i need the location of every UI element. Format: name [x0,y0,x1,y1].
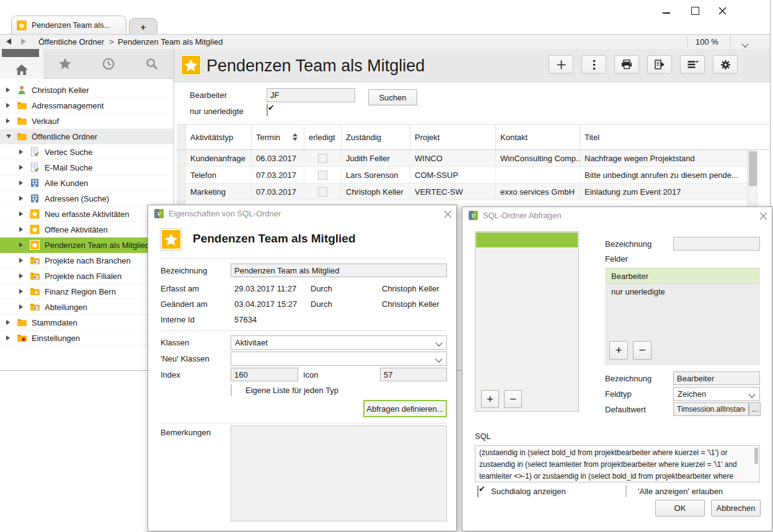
column-header-projekt[interactable]: Projekt [410,125,496,149]
icon-input[interactable] [380,368,447,381]
back-arrow-icon[interactable] [6,38,11,45]
sidebar-tab-search[interactable] [130,49,174,78]
geaendert-am-value: 03.04.2017 15:27 [234,299,297,309]
add-feld-button[interactable]: + [609,341,628,360]
sidebar-item-oeffentliche-ordner[interactable]: Öffentliche Ordner [0,129,174,144]
column-header-aktivitaetstyp[interactable]: Aktivitätstyp [186,125,252,149]
zoom-dropdown-button[interactable] [743,39,748,48]
sql-scrollbar[interactable] [754,448,758,464]
expander-icon[interactable] [19,180,30,185]
settings-button[interactable] [713,55,738,74]
zoom-level[interactable]: 100 % [696,35,718,49]
column-header-titel[interactable]: Titel [580,125,747,149]
expander-icon[interactable] [19,258,30,263]
sidebar-item-email-suche[interactable]: E-Mail Suche [0,160,174,175]
expander-icon[interactable] [19,242,30,247]
abfrage-bezeichnung-input[interactable] [673,237,760,250]
bearbeiter-input[interactable] [267,88,355,102]
column-header-erledigt[interactable]: erledigt [304,125,342,149]
dialog-close-button[interactable] [443,209,453,219]
feld-item-bearbeiter[interactable]: Bearbeiter [605,268,760,284]
breadcrumb-item-current[interactable]: Pendenzen Team als Mitglied [118,35,223,49]
erledigt-checkbox[interactable] [318,171,327,180]
settings-folder-icon [17,333,27,343]
remove-abfrage-button[interactable]: − [504,390,522,408]
defaultwert-input[interactable] [673,402,749,416]
abbrechen-button[interactable]: Abbrechen [711,500,761,516]
klassen-select[interactable]: Aktivitaet [231,335,447,350]
bemerkungen-textarea[interactable] [231,425,447,521]
print-button[interactable] [614,55,639,74]
table-row[interactable]: Kundenanfrage 06.03.2017 Judith Feller W… [177,150,747,167]
expander-icon[interactable] [19,227,30,232]
breadcrumb-item-parent[interactable]: Öffentliche Ordner [38,35,104,49]
selected-abfrage-row[interactable] [476,233,578,247]
ok-button[interactable]: OK [655,500,705,516]
erledigt-checkbox[interactable] [318,187,327,197]
sidebar-item-verkauf[interactable]: Verkauf [0,113,174,129]
suchen-button[interactable]: Suchen [368,89,417,105]
abfragen-definieren-button[interactable]: Abfragen definieren... [363,400,447,417]
expander-icon[interactable] [19,273,30,278]
defaultwert-browse-button[interactable]: ... [749,402,761,416]
close-button[interactable] [714,5,730,16]
window-tab[interactable]: Pendenzen Team als... [11,16,126,34]
sidebar-item-christoph-keller[interactable]: Christoph Keller [0,82,174,98]
expander-icon[interactable] [6,118,17,123]
expander-icon[interactable] [19,149,30,154]
minimize-button[interactable] [658,5,674,16]
column-header-kontakt[interactable]: Kontakt [496,125,580,149]
add-abfrage-button[interactable]: + [481,390,499,408]
sidebar-tab-favorites[interactable] [43,49,87,78]
felder-list[interactable]: Bearbeiter nur unerledigte + − [605,267,760,365]
queries-dialog: v SQL-Ordner Abfragen + − Bezeichnung Fe… [462,206,772,531]
sidebar-tab-history[interactable] [87,49,130,78]
feld-bezeichnung-input[interactable] [673,371,760,385]
sql-textarea[interactable]: (zustaendig in (select bold_id from proj… [475,445,760,482]
remove-feld-button[interactable]: − [633,341,652,360]
column-header-termin[interactable]: Termin [252,125,304,149]
expander-icon[interactable] [19,196,30,201]
nur-unerledigte-checkbox[interactable] [267,104,268,116]
durch-label: Durch [311,284,332,293]
suchdialog-label: Suchdialog anzeigen [491,487,566,496]
dialog-close-button[interactable] [758,211,768,221]
abfragen-list[interactable]: + − [475,231,579,412]
index-input[interactable] [231,368,298,381]
expander-icon[interactable] [19,165,30,170]
scrollbar-thumb[interactable] [749,151,757,186]
sidebar-item-alle-kunden[interactable]: Alle Kunden [0,175,174,191]
export-button[interactable] [647,55,672,74]
new-tab-button[interactable]: + [129,18,157,35]
expander-icon[interactable] [19,289,30,294]
dialog-titlebar[interactable]: v Eigenschaften von SQL-Ordner [148,205,456,222]
expander-icon[interactable] [19,304,30,309]
alle-anzeigen-checkbox[interactable] [625,485,627,497]
feld-bezeichnung-label: Bezeichnung [605,374,652,383]
maximize-button[interactable] [687,5,703,16]
table-row[interactable]: Telefon 07.03.2017 Lars Sorenson COM-SSU… [177,167,747,184]
forward-arrow-icon[interactable] [21,38,26,45]
expander-icon[interactable] [6,135,17,138]
eigene-liste-checkbox[interactable] [231,384,232,396]
expander-icon[interactable] [6,335,17,340]
neu-klassen-select[interactable] [231,352,447,366]
add-button[interactable] [549,55,573,74]
feld-item-nur-unerledigte[interactable]: nur unerledigte [605,284,760,299]
dialog-titlebar[interactable]: v SQL-Ordner Abfragen [462,207,772,224]
expander-icon[interactable] [19,211,30,216]
expander-icon[interactable] [6,103,17,108]
sidebar-item-vertec-suche[interactable]: Vertec Suche [0,144,174,160]
erledigt-checkbox[interactable] [318,154,327,163]
feldtyp-select[interactable]: Zeichen [673,387,760,401]
expander-icon[interactable] [6,320,17,325]
suchdialog-checkbox[interactable] [477,485,479,497]
more-button[interactable] [581,55,606,74]
close-icon [759,212,767,220]
view-list-button[interactable] [680,55,705,74]
bezeichnung-input[interactable] [231,264,447,277]
expander-icon[interactable] [6,87,17,92]
table-row[interactable]: Marketing 07.03.2017 Christoph Keller VE… [177,184,747,200]
sidebar-item-adressmanagement[interactable]: Adressmanagement [0,98,174,113]
column-header-zustaendig[interactable]: Zuständig [342,125,410,149]
